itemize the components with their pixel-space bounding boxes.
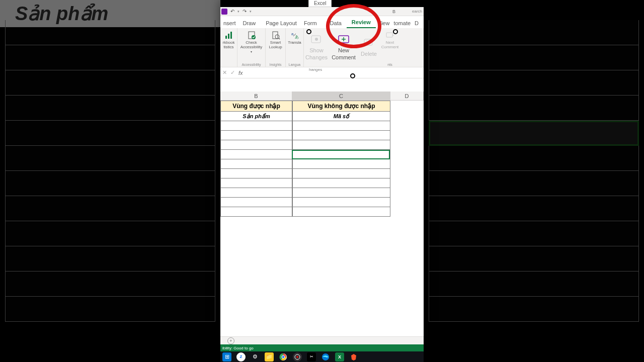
show-changes-button: Show Changes (304, 28, 329, 67)
taskbar-obs[interactable] (293, 352, 302, 361)
taskbar-settings[interactable]: ⚙ (251, 352, 260, 361)
app-title: Excel (308, 0, 332, 7)
column-headers: B C D (220, 92, 424, 101)
cell[interactable] (220, 140, 292, 150)
cell[interactable] (220, 131, 292, 140)
tab-insert[interactable]: nsert (221, 18, 237, 28)
lookup-icon (271, 30, 281, 40)
cell[interactable] (220, 178, 292, 188)
workbook-stats-button[interactable]: rkbook tistics (222, 29, 236, 51)
search-hint[interactable]: earch (412, 9, 422, 14)
add-sheet-button[interactable]: + (227, 337, 234, 344)
svg-rect-18 (386, 33, 392, 37)
smart-lookup-button[interactable]: Smart Lookup (268, 29, 283, 51)
subheader-cell-b[interactable]: Sản phẩm (220, 112, 292, 121)
fx-icon[interactable]: fx (236, 70, 245, 76)
cancel-formula-button[interactable]: ✕ (220, 69, 228, 76)
subheader-cell-c[interactable]: Mã số (292, 112, 390, 121)
tab-review[interactable]: Review (347, 17, 376, 28)
col-header-b[interactable]: B (220, 92, 292, 100)
accept-formula-button[interactable]: ✓ (228, 69, 236, 76)
tab-developer[interactable]: D (413, 18, 421, 28)
tab-formulas[interactable]: Form (302, 18, 319, 28)
svg-point-6 (275, 35, 279, 39)
quick-access-toolbar: ↶ ▾ ↷ ▾ B earch (220, 7, 424, 16)
svg-rect-0 (225, 36, 227, 39)
taskbar-zalo[interactable]: Z (236, 352, 246, 361)
svg-text:a: a (291, 32, 294, 36)
insights-group-label: Insights (269, 63, 281, 66)
taskbar-excel[interactable]: X (335, 352, 344, 361)
taskbar-start[interactable]: ⊞ (222, 352, 231, 361)
check-accessibility-button[interactable]: Check Accessibility ▾ (239, 29, 264, 54)
titlebar: Excel (220, 0, 424, 7)
cell[interactable] (220, 188, 292, 198)
accessibility-icon (247, 30, 257, 40)
ribbon-tabs: nsert Draw Page Layout Form Data Review … (220, 16, 424, 28)
redo-button[interactable]: ↷ (243, 9, 247, 14)
cell[interactable] (292, 150, 390, 159)
cell[interactable] (220, 207, 292, 217)
formula-input[interactable] (245, 67, 424, 78)
taskbar-explorer[interactable]: 📁 (265, 352, 274, 361)
svg-point-21 (282, 355, 285, 358)
accessibility-group-label: Accessibility (242, 63, 261, 66)
tab-automate[interactable]: tomate (391, 18, 413, 28)
delete-comment-button: Delete (358, 28, 379, 67)
comments-group-label: nts (387, 63, 392, 66)
qat-extra: B (392, 9, 395, 14)
tab-draw[interactable]: Draw (237, 18, 261, 28)
col-header-d[interactable]: D (390, 92, 424, 100)
translate-button[interactable]: aあ Transla (287, 29, 302, 46)
taskbar-capcut[interactable]: ✂ (307, 352, 316, 361)
svg-point-23 (296, 356, 298, 358)
cell[interactable] (292, 121, 390, 131)
svg-point-11 (315, 38, 318, 41)
tab-data[interactable]: Data (325, 18, 347, 28)
svg-rect-1 (228, 34, 229, 39)
cell[interactable] (292, 169, 390, 178)
autosave-icon[interactable] (221, 9, 227, 15)
cell[interactable] (292, 207, 390, 217)
cell[interactable] (292, 131, 390, 140)
translate-icon: aあ (290, 30, 300, 40)
changes-label-spill: hanges (309, 67, 322, 72)
header-cell-c[interactable]: Vùng không được nhập (292, 101, 390, 112)
status-bar: ibility: Good to go (220, 344, 424, 351)
header-cell-b[interactable]: Vùng được nhập (220, 101, 292, 112)
language-group-label: Langua (289, 63, 300, 66)
next-comment-icon (385, 30, 395, 40)
taskbar-edge[interactable] (321, 352, 330, 361)
cell[interactable] (292, 159, 390, 169)
tab-page-layout[interactable]: Page Layout (261, 18, 302, 28)
new-comment-button[interactable]: New Comment (329, 28, 358, 67)
cell[interactable] (220, 169, 292, 178)
delete-icon (362, 38, 376, 50)
taskbar-brave[interactable] (349, 352, 358, 361)
status-text: ibility: Good to go (222, 346, 254, 350)
tab-view[interactable]: View (376, 18, 392, 28)
worksheet[interactable]: B C D Vùng được nhập Vùng không được nhậ… (220, 78, 424, 343)
cell[interactable] (292, 188, 390, 198)
grid-data: Vùng được nhập Vùng không được nhập Sản … (220, 101, 390, 217)
cell[interactable] (292, 140, 390, 150)
undo-button[interactable]: ↶ (230, 9, 234, 14)
svg-text:あ: あ (295, 35, 299, 39)
svg-point-4 (252, 35, 256, 39)
windows-taskbar: ⊞ Z ⚙ 📁 ✂ X (220, 351, 424, 362)
col-header-c[interactable]: C (292, 92, 390, 100)
cell[interactable] (292, 198, 390, 207)
changes-icon (309, 34, 324, 46)
next-comment-button: Next Comment (380, 29, 400, 51)
svg-line-7 (279, 38, 280, 39)
sheet-tabs-bar: + (220, 336, 424, 344)
new-comment-icon (337, 34, 351, 46)
svg-rect-2 (230, 32, 232, 39)
cell[interactable] (292, 178, 390, 188)
cell[interactable] (220, 121, 292, 131)
cell[interactable] (220, 150, 292, 159)
cell[interactable] (220, 198, 292, 207)
taskbar-chrome[interactable] (279, 352, 288, 361)
cell[interactable] (220, 159, 292, 169)
excel-window: Excel ↶ ▾ ↷ ▾ B earch nsert Draw Page La… (220, 0, 424, 362)
